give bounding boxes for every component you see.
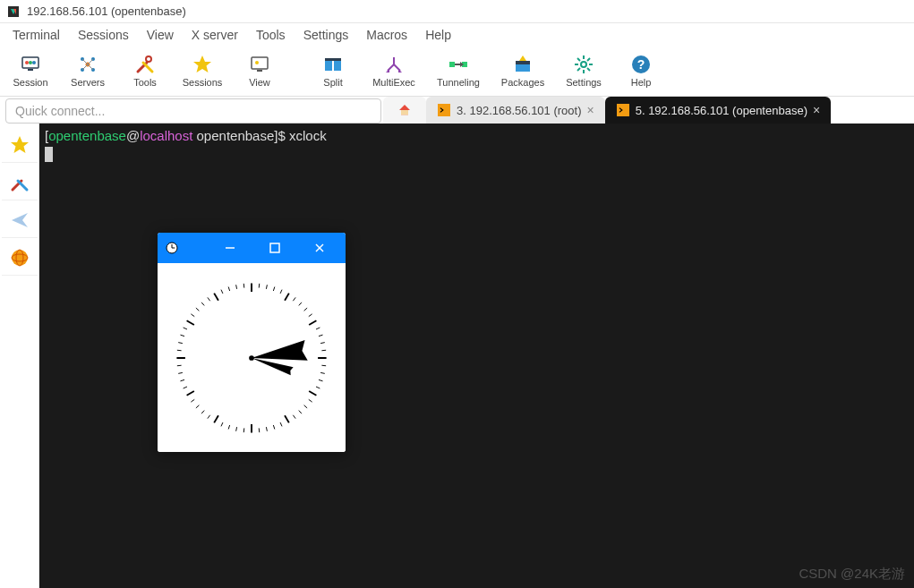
svg-marker-50 <box>12 213 28 227</box>
sidebar <box>0 124 39 588</box>
tab-session-5[interactable]: 5. 192.168.56.101 (opentenbase) × <box>605 97 831 124</box>
sidebar-tools[interactable] <box>2 165 38 200</box>
svg-line-109 <box>180 335 184 336</box>
toolbar-tunneling-label: Tunneling <box>437 77 480 88</box>
svg-line-117 <box>221 289 223 293</box>
menu-help[interactable]: Help <box>416 25 460 45</box>
menu-bar: Terminal Sessions View X server Tools Se… <box>0 23 914 47</box>
svg-line-81 <box>309 391 316 396</box>
tab-close-icon[interactable]: × <box>587 103 594 117</box>
svg-line-95 <box>221 422 223 426</box>
svg-marker-121 <box>250 340 307 368</box>
menu-xserver[interactable]: X server <box>183 25 247 45</box>
svg-line-116 <box>214 293 218 300</box>
sidebar-globe[interactable] <box>2 240 38 276</box>
svg-rect-48 <box>617 104 629 116</box>
svg-point-5 <box>25 61 29 64</box>
toolbar-help-button[interactable]: ? Help <box>612 47 670 94</box>
svg-line-101 <box>187 391 194 396</box>
toolbar-view-button[interactable]: View <box>231 47 288 94</box>
svg-line-67 <box>293 297 295 301</box>
svg-point-20 <box>255 61 259 64</box>
xclock-face <box>158 263 346 452</box>
svg-line-16 <box>88 64 93 70</box>
tabs-bar: Quick connect... 3. 192.168.56.101 (root… <box>0 97 914 124</box>
tools-icon <box>134 54 156 75</box>
watermark: CSDN @24K老游 <box>799 565 905 583</box>
toolbar-tunneling-button[interactable]: Tunneling <box>426 47 491 94</box>
sidebar-send[interactable] <box>2 202 38 238</box>
servers-icon <box>77 54 98 75</box>
svg-rect-27 <box>449 62 455 67</box>
monitor-icon <box>20 54 41 75</box>
svg-line-88 <box>273 424 274 429</box>
star-icon <box>192 54 213 75</box>
svg-line-115 <box>208 297 210 301</box>
menu-settings[interactable]: Settings <box>295 25 358 45</box>
toolbar-split-button[interactable]: Split <box>304 47 362 94</box>
svg-line-78 <box>320 372 325 373</box>
svg-line-70 <box>309 313 312 316</box>
svg-line-63 <box>266 285 267 289</box>
svg-point-17 <box>146 56 151 62</box>
svg-rect-46 <box>401 110 408 115</box>
toolbar-sessions-label: Sessions <box>183 77 223 88</box>
menu-tools[interactable]: Tools <box>247 25 295 45</box>
svg-marker-18 <box>193 55 211 72</box>
minimize-button[interactable] <box>209 233 251 263</box>
help-icon: ? <box>630 54 652 75</box>
svg-line-108 <box>178 342 183 343</box>
svg-line-42 <box>587 58 590 61</box>
menu-macros[interactable]: Macros <box>357 25 416 45</box>
workspace: [opentenbase@localhost opentenbase]$ xcl… <box>0 124 914 588</box>
tab-session-5-label: 5. 192.168.56.101 (opentenbase) <box>636 104 807 117</box>
terminal-pane[interactable]: [opentenbase@localhost opentenbase]$ xcl… <box>39 124 914 588</box>
close-button[interactable] <box>299 233 340 263</box>
quick-connect-input[interactable]: Quick connect... <box>5 98 381 124</box>
svg-line-111 <box>187 320 194 325</box>
toolbar-packages-button[interactable]: Packages <box>491 47 555 94</box>
svg-rect-4 <box>28 69 33 71</box>
tab-home[interactable] <box>383 97 426 124</box>
xclock-titlebar[interactable] <box>158 233 346 263</box>
svg-marker-33 <box>519 55 526 61</box>
svg-point-123 <box>249 355 254 361</box>
toolbar-settings-button[interactable]: Settings <box>555 47 612 94</box>
svg-line-69 <box>304 308 308 311</box>
svg-line-14 <box>88 59 93 64</box>
app-icon <box>5 4 21 20</box>
toolbar-servers-button[interactable]: Servers <box>59 47 116 94</box>
window-titlebar: 192.168.56.101 (opentenbase) <box>0 0 914 23</box>
svg-line-118 <box>228 286 229 291</box>
menu-sessions[interactable]: Sessions <box>69 25 138 45</box>
toolbar-packages-label: Packages <box>501 77 544 88</box>
toolbar-multiexec-label: MultiExec <box>372 77 415 88</box>
terminal-command: xclock <box>289 128 327 143</box>
svg-rect-19 <box>252 57 268 69</box>
toolbar-sessions-button[interactable]: Sessions <box>174 47 231 94</box>
svg-marker-49 <box>11 136 29 153</box>
svg-line-82 <box>309 399 312 402</box>
svg-line-39 <box>577 58 580 61</box>
sidebar-favorites[interactable] <box>2 127 38 163</box>
tunneling-icon <box>448 54 469 75</box>
svg-line-113 <box>196 308 200 311</box>
tab-close-icon[interactable]: × <box>813 103 820 117</box>
menu-terminal[interactable]: Terminal <box>4 25 69 45</box>
svg-line-103 <box>180 379 184 380</box>
toolbar-view-label: View <box>249 77 270 88</box>
xclock-window[interactable] <box>158 233 346 452</box>
multiexec-icon <box>383 54 405 75</box>
tab-session-3[interactable]: 3. 192.168.56.101 (root) × <box>426 97 605 124</box>
menu-view[interactable]: View <box>138 25 183 45</box>
toolbar-multiexec-button[interactable]: MultiExec <box>362 47 426 94</box>
maximize-button[interactable] <box>254 233 295 263</box>
packages-icon <box>512 54 534 75</box>
terminal-icon <box>437 103 451 117</box>
toolbar-session-button[interactable]: Session <box>2 47 59 94</box>
svg-point-34 <box>581 62 586 67</box>
toolbar-tools-button[interactable]: Tools <box>116 47 174 94</box>
toolbar-settings-label: Settings <box>566 77 602 88</box>
svg-line-110 <box>184 327 187 328</box>
toolbar-session-label: Session <box>13 77 47 88</box>
